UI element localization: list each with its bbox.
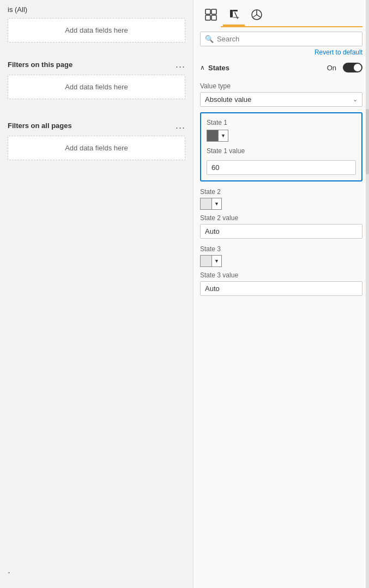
filters-this-page-menu[interactable]: ... [176, 59, 185, 70]
revert-link[interactable]: Revert to default [193, 46, 369, 58]
svg-rect-5 [233, 10, 238, 11]
scrollbar-thumb[interactable] [366, 109, 369, 174]
target-value: is (All) [8, 5, 185, 14]
state3-color-dropdown-arrow-icon[interactable]: ▼ [212, 255, 222, 267]
state2-color-dropdown-arrow-icon[interactable]: ▼ [212, 198, 222, 210]
right-panel: 🔍 Revert to default ∧ States On Value ty… [193, 0, 369, 588]
toggle-track [343, 63, 362, 72]
toolbar-icon-format[interactable] [223, 4, 245, 26]
value-type-chevron-icon: ⌄ [353, 96, 358, 103]
search-box[interactable]: 🔍 [200, 32, 362, 46]
toggle-thumb [354, 64, 361, 71]
state2-color-swatch[interactable] [200, 198, 212, 210]
state3-color-picker[interactable]: ▼ [200, 255, 362, 267]
add-data-box-all-pages[interactable]: Add data fields here [8, 136, 185, 160]
states-chevron-icon[interactable]: ∧ [200, 64, 205, 71]
state2-section: State 2 ▼ State 2 value Auto [200, 188, 362, 239]
state2-value-input[interactable]: Auto [200, 224, 362, 239]
state3-color-swatch[interactable] [200, 255, 212, 267]
svg-rect-1 [211, 9, 216, 14]
svg-rect-4 [230, 10, 233, 17]
value-type-selected: Absolute value [205, 95, 251, 104]
filters-this-page-title: Filters on this page [8, 60, 72, 69]
states-title: States [208, 64, 324, 72]
state1-color-picker[interactable]: ▼ [207, 130, 356, 142]
state1-value-input[interactable] [207, 160, 356, 175]
filters-all-pages-title: Filters on all pages [8, 122, 72, 130]
states-toggle[interactable] [343, 63, 362, 72]
search-container: 🔍 [193, 27, 369, 46]
svg-rect-2 [205, 15, 210, 20]
state3-section: State 3 ▼ State 3 value Auto [200, 245, 362, 296]
filters-this-page-header: Filters on this page ... [8, 59, 185, 70]
state3-value-label: State 3 value [200, 271, 362, 279]
state2-value-label: State 2 value [200, 214, 362, 222]
state1-value-label: State 1 value [207, 147, 356, 155]
scrollbar[interactable] [366, 0, 369, 588]
state1-label: State 1 [207, 119, 356, 126]
right-content-area: Value type Absolute value ⌄ State 1 ▼ St… [193, 77, 369, 588]
state2-label: State 2 [200, 188, 362, 196]
toolbar [193, 0, 369, 26]
value-type-dropdown[interactable]: Absolute value ⌄ [200, 92, 362, 107]
left-panel: is (All) Add data fields here Filters on… [0, 0, 193, 588]
filters-all-pages-header: Filters on all pages ... [8, 120, 185, 131]
state2-value-display: Auto [205, 227, 220, 235]
state3-value-display: Auto [205, 284, 220, 293]
states-header: ∧ States On [193, 58, 369, 77]
toolbar-icon-analytics[interactable] [246, 4, 268, 26]
add-data-box-top[interactable]: Add data fields here [8, 18, 185, 43]
toolbar-icon-fields[interactable] [200, 4, 222, 26]
state3-value-input[interactable]: Auto [200, 281, 362, 296]
svg-rect-3 [211, 15, 216, 20]
svg-rect-0 [205, 9, 210, 14]
states-on-label: On [327, 64, 336, 72]
search-input[interactable] [217, 35, 358, 43]
state1-highlighted-box: State 1 ▼ State 1 value [200, 112, 362, 181]
state1-color-dropdown-arrow-icon[interactable]: ▼ [219, 130, 228, 142]
state1-color-swatch[interactable] [207, 130, 219, 142]
search-icon: 🔍 [205, 35, 214, 43]
add-data-box-this-page[interactable]: Add data fields here [8, 75, 185, 99]
value-type-label: Value type [200, 82, 362, 90]
target-filter-section: is (All) Add data fields here [8, 5, 185, 52]
filters-all-pages-menu[interactable]: ... [176, 120, 185, 131]
right-panel-wrapper: 🔍 Revert to default ∧ States On Value ty… [193, 0, 369, 588]
state2-color-picker[interactable]: ▼ [200, 198, 362, 210]
state3-label: State 3 [200, 245, 362, 253]
